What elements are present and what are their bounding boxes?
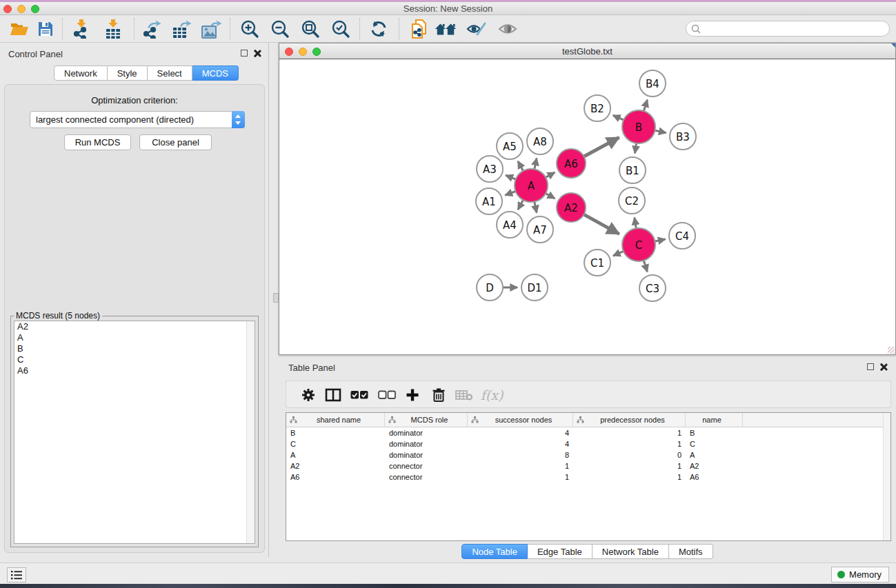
table-cell[interactable]: A2 bbox=[286, 460, 385, 472]
table-cell[interactable]: B bbox=[286, 427, 385, 438]
table-cell[interactable]: A2 bbox=[686, 460, 743, 472]
table-tab-network-table[interactable]: Network Table bbox=[593, 544, 669, 559]
export-network-icon[interactable] bbox=[141, 19, 163, 39]
table-row[interactable]: Cdominator41C bbox=[286, 438, 890, 449]
tab-mcds[interactable]: MCDS bbox=[192, 65, 239, 81]
show-hide-panel-icon[interactable] bbox=[497, 19, 519, 39]
table-tab-node-table[interactable]: Node Table bbox=[461, 544, 528, 559]
graph-node-A4[interactable]: A4 bbox=[497, 212, 523, 238]
run-mcds-button[interactable]: Run MCDS bbox=[64, 134, 131, 150]
table-cell[interactable]: A6 bbox=[686, 472, 743, 483]
close-panel-icon[interactable] bbox=[253, 49, 261, 57]
float-panel-icon[interactable] bbox=[241, 50, 248, 57]
table-cell[interactable]: A bbox=[286, 449, 385, 460]
table-tab-edge-table[interactable]: Edge Table bbox=[528, 544, 593, 559]
graph-node-B3[interactable]: B3 bbox=[670, 123, 696, 150]
memory-button[interactable]: Memory bbox=[831, 567, 889, 582]
mcds-list-scrollbar[interactable] bbox=[246, 321, 255, 543]
graph-node-A6[interactable]: A6 bbox=[557, 149, 586, 178]
network-canvas[interactable]: B4B2BB3B1A5A8A6A3AA1A2C2A4A7CC4C1C3DD1 bbox=[279, 59, 895, 354]
mcds-result-item[interactable]: A bbox=[14, 332, 255, 343]
zoom-in-icon[interactable] bbox=[239, 19, 261, 39]
table-cell[interactable]: 1 bbox=[573, 460, 686, 472]
panel-splitter-handle[interactable] bbox=[273, 293, 279, 303]
graph-node-A1[interactable]: A1 bbox=[476, 188, 502, 214]
tab-style[interactable]: Style bbox=[108, 65, 148, 81]
table-cell[interactable]: 8 bbox=[468, 449, 573, 460]
gear-icon[interactable] bbox=[298, 385, 319, 405]
table-tab-motifs[interactable]: Motifs bbox=[669, 544, 713, 559]
table-cell[interactable]: A6 bbox=[286, 472, 385, 483]
table-cell[interactable]: 4 bbox=[468, 427, 573, 438]
graph-edge-A2-C[interactable] bbox=[583, 214, 619, 234]
tab-network[interactable]: Network bbox=[54, 65, 108, 81]
style-preview-icon[interactable] bbox=[466, 19, 488, 39]
column-header-successor-nodes[interactable]: successor nodes bbox=[468, 413, 573, 427]
export-image-icon[interactable] bbox=[200, 19, 222, 39]
save-session-icon[interactable] bbox=[34, 19, 57, 39]
graph-node-C4[interactable]: C4 bbox=[669, 223, 695, 249]
search-input[interactable] bbox=[686, 21, 890, 37]
table-row[interactable]: A2connector11A2 bbox=[286, 460, 890, 472]
graph-node-D1[interactable]: D1 bbox=[521, 274, 548, 301]
graph-node-D[interactable]: D bbox=[477, 274, 503, 301]
tab-select[interactable]: Select bbox=[148, 65, 192, 81]
table-cell[interactable]: dominator bbox=[385, 427, 468, 438]
graph-node-C1[interactable]: C1 bbox=[584, 250, 610, 276]
import-network-icon[interactable] bbox=[70, 19, 92, 39]
table-cell[interactable]: C bbox=[686, 438, 743, 449]
table-cell[interactable]: 1 bbox=[573, 427, 686, 438]
delete-row-icon[interactable] bbox=[428, 385, 449, 405]
mcds-result-item[interactable]: B bbox=[14, 343, 255, 354]
mcds-result-list[interactable]: A2ABCA6 bbox=[14, 321, 255, 544]
close-table-panel-icon[interactable] bbox=[879, 363, 888, 371]
column-header-shared-name[interactable]: shared name bbox=[286, 413, 385, 427]
table-cell[interactable]: dominator bbox=[385, 449, 468, 460]
graph-node-A5[interactable]: A5 bbox=[497, 133, 523, 159]
export-table-icon[interactable] bbox=[170, 19, 192, 39]
table-cell[interactable]: 1 bbox=[573, 472, 686, 483]
open-file-icon[interactable] bbox=[8, 19, 30, 39]
table-cell[interactable]: connector bbox=[385, 460, 468, 472]
table-cell[interactable]: 4 bbox=[468, 438, 573, 449]
table-cell[interactable]: 1 bbox=[468, 472, 573, 483]
zoom-out-icon[interactable] bbox=[269, 19, 291, 39]
mcds-result-item[interactable]: A2 bbox=[14, 321, 255, 332]
mcds-result-item[interactable]: A6 bbox=[14, 365, 255, 376]
graph-node-A3[interactable]: A3 bbox=[477, 156, 503, 182]
table-row[interactable]: Bdominator41B bbox=[286, 427, 890, 438]
select-all-icon[interactable] bbox=[349, 385, 370, 405]
zoom-selected-icon[interactable] bbox=[330, 19, 352, 39]
function-builder-icon[interactable]: f(x) bbox=[481, 385, 502, 405]
graph-node-B2[interactable]: B2 bbox=[584, 95, 610, 121]
table-cell[interactable]: connector bbox=[385, 472, 468, 483]
table-cell[interactable]: C bbox=[286, 438, 385, 449]
refresh-view-icon[interactable] bbox=[368, 19, 390, 39]
deselect-all-icon[interactable] bbox=[377, 385, 397, 405]
table-cell[interactable]: 1 bbox=[468, 460, 573, 472]
table-cell[interactable]: 1 bbox=[573, 438, 686, 449]
graph-node-C3[interactable]: C3 bbox=[639, 275, 666, 301]
graph-node-A7[interactable]: A7 bbox=[527, 216, 553, 243]
table-cell[interactable]: A bbox=[686, 449, 743, 460]
delete-table-icon[interactable] bbox=[454, 385, 475, 405]
column-header-MCDS-role[interactable]: MCDS role bbox=[385, 413, 468, 427]
table-row[interactable]: A6connector11A6 bbox=[286, 472, 890, 483]
table-cell[interactable]: dominator bbox=[385, 438, 468, 449]
graph-node-B1[interactable]: B1 bbox=[619, 157, 646, 183]
graph-edge-A6-B[interactable] bbox=[583, 137, 619, 157]
mcds-result-item[interactable]: C bbox=[14, 354, 255, 365]
graph-node-C2[interactable]: C2 bbox=[619, 187, 645, 214]
optimization-criterion-dropdown[interactable]: largest connected component (directed) bbox=[30, 111, 245, 128]
graph-node-B[interactable]: B bbox=[622, 110, 655, 143]
clone-network-icon[interactable] bbox=[408, 19, 430, 39]
graph-node-A[interactable]: A bbox=[515, 169, 548, 202]
graph-node-A8[interactable]: A8 bbox=[527, 128, 553, 154]
float-table-panel-icon[interactable] bbox=[867, 363, 874, 370]
table-cell[interactable]: B bbox=[686, 427, 743, 438]
graph-node-B4[interactable]: B4 bbox=[639, 70, 666, 97]
table-scrollbar[interactable] bbox=[883, 413, 890, 540]
graph-node-A2[interactable]: A2 bbox=[557, 193, 586, 222]
window-resize-grip[interactable] bbox=[888, 347, 895, 354]
import-table-icon[interactable] bbox=[102, 19, 124, 39]
